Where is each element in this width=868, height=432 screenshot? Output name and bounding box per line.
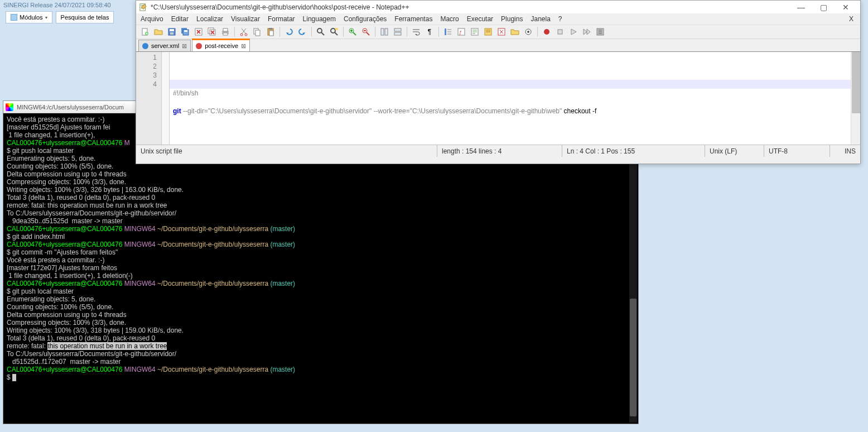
find-icon[interactable] [315, 26, 326, 37]
menu-?[interactable]: ? [558, 15, 562, 23]
menu-arquivo[interactable]: Arquivo [141, 15, 163, 23]
folder-map-icon[interactable] [469, 26, 480, 37]
close-button[interactable]: ✕ [835, 1, 857, 13]
line-gutter: 1234 [136, 52, 162, 145]
search-screens-button[interactable]: Pesquisa de telas [56, 11, 114, 23]
svg-text:ƒ: ƒ [459, 30, 462, 35]
svg-rect-21 [269, 31, 273, 36]
close-file-icon[interactable] [193, 26, 204, 37]
svg-rect-40 [558, 30, 562, 34]
svg-rect-31 [445, 28, 446, 35]
file-status-icon [142, 43, 148, 49]
svg-rect-20 [269, 28, 272, 30]
record-macro-icon[interactable] [541, 26, 552, 37]
notepad-icon [139, 3, 147, 11]
menu-linguagem[interactable]: Linguagem [303, 15, 336, 23]
notepad-title-text: *C:\Users\ulysseserra\Documents\git-e-gi… [151, 3, 409, 11]
stop-macro-icon[interactable] [554, 26, 566, 37]
save-macro-icon[interactable] [595, 26, 606, 37]
menu-bar: ArquivoEditarLocalizarVisualizarFormatar… [136, 13, 860, 25]
sync-v-icon[interactable] [379, 26, 390, 37]
menu-janela[interactable]: Janela [531, 15, 550, 23]
tab-close-icon[interactable]: ⊠ [241, 42, 246, 50]
menu-formatar[interactable]: Formatar [268, 15, 295, 23]
svg-point-23 [331, 28, 335, 33]
tab-close-icon[interactable]: ⊠ [182, 42, 187, 50]
terminal-icon [6, 103, 13, 111]
svg-rect-13 [223, 28, 228, 31]
zoom-in-icon[interactable] [347, 26, 358, 37]
editor-scrollbar[interactable] [851, 52, 860, 145]
close-all-icon[interactable] [206, 26, 218, 37]
redo-icon[interactable] [297, 26, 308, 37]
menu-localizar[interactable]: Localizar [196, 15, 223, 23]
save-icon[interactable] [166, 26, 177, 37]
sync-h-icon[interactable] [392, 26, 403, 37]
indent-guide-icon[interactable] [442, 26, 454, 37]
editor: 1234 #!/bin/sh git --git-dir="C:\Users\u… [136, 52, 860, 145]
file-status-icon [196, 43, 202, 49]
svg-point-22 [317, 28, 322, 33]
svg-rect-27 [381, 28, 384, 35]
status-eol: Unix (LF) [705, 145, 764, 157]
menu-editar[interactable]: Editar [171, 15, 189, 23]
tab-bar: server.xml⊠post-receive⊠ [136, 39, 860, 52]
menu-visualizar[interactable]: Visualizar [231, 15, 260, 23]
menu-close-x[interactable]: X [849, 15, 856, 23]
notepad-titlebar[interactable]: *C:\Users\ulysseserra\Documents\git-e-gi… [136, 1, 860, 13]
fold-margin[interactable] [162, 52, 170, 145]
terminal-title-text: MINGW64:/c/Users/ulysseserra/Docum [17, 104, 124, 111]
menu-configurações[interactable]: Configurações [344, 15, 387, 23]
wrap-icon[interactable] [411, 26, 422, 37]
svg-point-39 [544, 29, 549, 35]
print-icon[interactable] [220, 26, 231, 37]
menu-macro[interactable]: Macro [440, 15, 459, 23]
open-file-icon[interactable] [153, 26, 164, 37]
status-bar: Unix script file length : 154 lines : 4 … [136, 145, 860, 157]
svg-rect-4 [170, 29, 174, 31]
status-filetype: Unix script file [136, 145, 437, 157]
modules-button[interactable]: Módulos▾ [6, 11, 52, 23]
folder-workspace-icon[interactable] [509, 26, 520, 37]
zoom-out-icon[interactable] [360, 26, 372, 37]
toolbar: ¶ ƒ [136, 25, 860, 39]
status-encoding: UTF-8 [764, 145, 830, 157]
status-pos: Ln : 4 Col : 1 Pos : 155 [562, 145, 705, 157]
background-toolbar: Módulos▾ Pesquisa de telas [6, 11, 114, 23]
tab-post-receive[interactable]: post-receive⊠ [192, 39, 250, 51]
svg-rect-24 [335, 28, 338, 30]
new-file-icon[interactable] [139, 26, 151, 37]
notepad-window: *C:\Users\ulysseserra\Documents\git-e-gi… [136, 0, 861, 164]
tab-server.xml[interactable]: server.xml⊠ [138, 40, 191, 51]
svg-rect-28 [385, 28, 388, 35]
func-list-icon[interactable] [496, 26, 507, 37]
code-area[interactable]: #!/bin/sh git --git-dir="C:\Users\ulysse… [170, 52, 851, 145]
replace-icon[interactable] [329, 26, 340, 37]
status-insert: INS [830, 145, 860, 157]
svg-rect-30 [394, 32, 401, 35]
svg-rect-8 [184, 30, 187, 32]
all-chars-icon[interactable]: ¶ [424, 26, 435, 37]
svg-rect-29 [394, 28, 401, 31]
menu-executar[interactable]: Executar [467, 15, 493, 23]
menu-plugins[interactable]: Plugins [501, 15, 523, 23]
maximize-button[interactable]: ▢ [812, 1, 835, 13]
svg-point-38 [527, 31, 529, 33]
save-all-icon[interactable] [180, 26, 191, 37]
menu-ferramentas[interactable]: Ferramentas [394, 15, 432, 23]
cut-icon[interactable] [238, 26, 249, 37]
svg-rect-5 [170, 32, 173, 35]
background-app-title: SINERGI Release 24/07/2021 09:58:40 [0, 0, 134, 9]
paste-icon[interactable] [265, 26, 276, 37]
lang-icon[interactable]: ƒ [456, 26, 467, 37]
svg-rect-18 [255, 30, 260, 36]
fast-macro-icon[interactable] [581, 26, 592, 37]
status-length: length : 154 lines : 4 [437, 145, 562, 157]
copy-icon[interactable] [252, 26, 263, 37]
undo-icon[interactable] [283, 26, 295, 37]
monitor-icon[interactable] [523, 26, 534, 37]
svg-rect-14 [223, 33, 228, 35]
minimize-button[interactable]: ― [790, 1, 812, 13]
play-macro-icon[interactable] [568, 26, 579, 37]
doc-map-icon[interactable] [483, 26, 494, 37]
